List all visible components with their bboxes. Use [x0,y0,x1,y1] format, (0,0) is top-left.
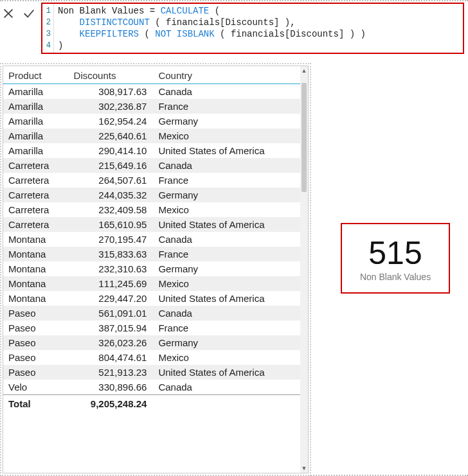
commit-icon[interactable] [22,6,36,23]
data-table[interactable]: Product Discounts Country Amarilla308,91… [3,66,300,411]
scroll-thumb[interactable] [302,83,307,192]
card-label: Non Blank Values [360,272,431,282]
card-visual[interactable]: 515 Non Blank Values [341,223,450,294]
table-row[interactable]: Amarilla302,236.87France [3,99,300,114]
table-visual[interactable]: Product Discounts Country Amarilla308,91… [3,66,309,473]
vertical-scrollbar[interactable]: ▲ ▼ [300,66,308,473]
scroll-down-icon[interactable]: ▼ [300,464,308,473]
table-row[interactable]: Carretera215,649.16Canada [3,158,300,173]
table-row[interactable]: Montana232,310.63Germany [3,261,300,276]
table-row[interactable]: Paseo521,913.23United States of America [3,365,300,380]
table-row[interactable]: Montana111,245.69Mexico [3,276,300,291]
table-row[interactable]: Paseo804,474.61Mexico [3,350,300,365]
scroll-up-icon[interactable]: ▲ [300,66,308,75]
table-row[interactable]: Amarilla225,640.61Mexico [3,128,300,143]
table-row[interactable]: Montana270,195.47Canada [3,232,300,247]
card-value: 515 [368,237,422,269]
line-gutter: 1 2 3 4 [42,4,54,53]
table-row[interactable]: Carretera264,507.61France [3,173,300,188]
table-row[interactable]: Velo330,896.66Canada [3,380,300,395]
table-row[interactable]: Paseo561,091.01Canada [3,306,300,321]
col-country[interactable]: Country [153,66,300,84]
formula-bar[interactable]: 1 2 3 4 Non Blank Values = CALCULATE ( D… [41,3,464,54]
dax-code[interactable]: Non Blank Values = CALCULATE ( DISTINCTC… [54,4,370,53]
col-product[interactable]: Product [3,66,69,84]
table-row[interactable]: Amarilla290,414.10United States of Ameri… [3,143,300,158]
table-row[interactable]: Paseo387,015.94France [3,321,300,335]
table-row[interactable]: Amarilla162,954.24Germany [3,114,300,128]
table-row[interactable]: Montana315,833.63France [3,247,300,261]
total-row: Total 9,205,248.24 [3,395,300,412]
table-row[interactable]: Paseo326,023.26Germany [3,335,300,350]
table-row[interactable]: Amarilla308,917.63Canada [3,84,300,100]
table-row[interactable]: Montana229,447.20United States of Americ… [3,291,300,306]
col-discounts[interactable]: Discounts [69,66,154,84]
cancel-icon[interactable] [1,6,15,23]
table-row[interactable]: Carretera165,610.95United States of Amer… [3,217,300,232]
table-row[interactable]: Carretera232,409.58Mexico [3,202,300,217]
table-row[interactable]: Carretera244,035.32Germany [3,188,300,202]
